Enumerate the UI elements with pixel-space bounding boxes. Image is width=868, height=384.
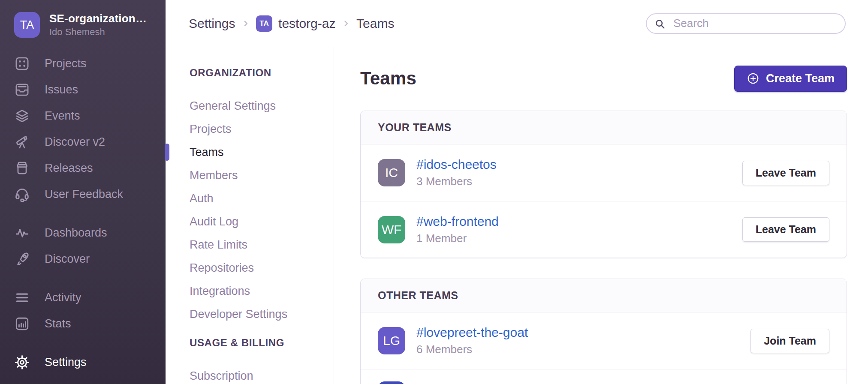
settings-nav-item-auth[interactable]: Auth [190,187,334,210]
breadcrumb-settings[interactable]: Settings [189,16,235,31]
team-row: WF #web-frontend 1 Member Leave Team [361,201,847,258]
org-avatar[interactable]: TA [14,12,40,38]
list-lines-icon [14,290,30,306]
settings-nav-item-audit-log[interactable]: Audit Log [190,210,334,233]
sidebar-item-label: Events [45,109,80,123]
breadcrumb: Settings › TA testorg-az › Teams [189,15,394,32]
settings-nav-heading-organization: ORGANIZATION [190,67,334,79]
join-team-button[interactable]: Join Team [750,329,829,353]
team-member-count: 1 Member [416,232,499,245]
settings-nav-item-projects[interactable]: Projects [190,117,334,141]
your-teams-panel: YOUR TEAMS IC #idos-cheetos 3 Members Le… [360,111,847,258]
settings-nav-item-developer-settings[interactable]: Developer Settings [190,303,334,326]
org-header[interactable]: TA SE-organization… Ido Shemesh [0,0,166,38]
user-name: Ido Shemesh [49,27,147,38]
team-avatar-initials: LG [383,333,400,348]
leave-team-button[interactable]: Leave Team [742,217,829,242]
search-box [646,13,846,34]
settings-nav-label: Auth [190,192,214,205]
bar-chart-icon [14,316,30,332]
team-row: IC #idos-cheetos 3 Members Leave Team [361,144,847,201]
sidebar-item-label: Releases [45,162,93,175]
issues-icon [14,82,30,98]
sidebar-item-label: User Feedback [45,188,123,201]
sidebar-item-label: Dashboards [45,226,107,240]
settings-nav-label: Audit Log [190,215,238,228]
projects-icon [14,56,30,72]
sidebar-item-discover[interactable]: Discover [0,246,166,272]
create-team-label: Create Team [766,72,835,85]
sidebar-item-label: Settings [45,356,87,369]
settings-nav-item-repositories[interactable]: Repositories [190,256,334,279]
team-member-count: 6 Members [416,343,528,356]
app-sidebar: TA SE-organization… Ido Shemesh Projects [0,0,166,384]
sidebar-item-label: Projects [45,57,87,70]
sidebar-item-releases[interactable]: Releases [0,155,166,181]
settings-nav-label: Rate Limits [190,238,247,252]
search-icon [654,18,666,30]
team-link[interactable]: #web-frontend [416,214,499,229]
create-team-button[interactable]: Create Team [734,66,847,92]
leave-team-button[interactable]: Leave Team [742,161,829,185]
team-member-count: 3 Members [416,175,497,188]
sidebar-item-settings[interactable]: Settings [0,349,166,375]
chevron-right-icon: › [243,15,248,30]
releases-icon [14,160,30,176]
settings-nav-item-rate-limits[interactable]: Rate Limits [190,233,334,256]
sidebar-item-issues[interactable]: Issues [0,77,166,103]
team-avatar [378,381,405,384]
org-name: SE-organization… [49,12,147,25]
gear-icon [14,354,30,370]
settings-nav-label: Repositories [190,261,254,275]
page-title: Teams [360,68,416,89]
sidebar-item-label: Discover v2 [45,135,105,149]
headset-icon [14,186,30,202]
sidebar-item-activity[interactable]: Activity [0,285,166,311]
sidebar-item-events[interactable]: Events [0,103,166,129]
settings-nav-label: Teams [190,146,224,159]
settings-nav-heading-usage-billing: USAGE & BILLING [190,337,334,349]
chevron-right-icon: › [344,15,348,30]
settings-nav-label: Developer Settings [190,308,287,321]
other-teams-panel: OTHER TEAMS LG #lovepreet-the-goat 6 Mem… [360,279,847,384]
team-avatar: IC [378,159,405,186]
rocket-icon [14,251,30,267]
active-indicator [165,144,169,161]
settings-nav-label: Projects [190,123,232,136]
breadcrumb-org-label: testorg-az [278,16,335,31]
telescope-icon [14,134,30,150]
team-avatar: LG [378,327,405,354]
breadcrumb-org[interactable]: TA testorg-az [256,15,335,32]
sidebar-item-label: Issues [45,83,78,96]
sidebar-item-discover-v2[interactable]: Discover v2 [0,129,166,155]
panel-heading: OTHER TEAMS [361,279,847,312]
settings-nav-item-integrations[interactable]: Integrations [190,279,334,303]
settings-nav-label: General Settings [190,99,276,113]
settings-nav-label: Subscription [190,369,253,383]
team-row: LG #lovepreet-the-goat 6 Members Join Te… [361,312,847,369]
team-avatar-initials: IC [385,165,398,180]
search-input[interactable] [646,13,846,34]
settings-nav: ORGANIZATION General Settings Projects T… [166,47,334,384]
sidebar-item-label: Discover [45,252,90,266]
settings-nav-item-general-settings[interactable]: General Settings [190,94,334,117]
sidebar-item-label: Activity [45,291,81,304]
sidebar-item-dashboards[interactable]: Dashboards [0,220,166,246]
events-icon [14,108,30,124]
main-content: Teams Create Team YOUR TEAMS IC #idos-ch… [335,47,868,384]
settings-nav-item-subscription[interactable]: Subscription [190,364,334,384]
breadcrumb-page[interactable]: Teams [356,16,394,31]
team-link[interactable]: #lovepreet-the-goat [416,325,528,340]
sidebar-item-stats[interactable]: Stats [0,311,166,337]
sidebar-nav: Projects Issues Events [0,51,166,375]
settings-nav-item-teams[interactable]: Teams [190,141,334,164]
sidebar-item-label: Stats [45,317,71,330]
settings-nav-label: Members [190,169,238,182]
settings-nav-item-members[interactable]: Members [190,164,334,187]
pulse-icon [14,225,30,241]
settings-nav-label: Integrations [190,285,250,298]
team-link[interactable]: #idos-cheetos [416,157,497,172]
sidebar-item-user-feedback[interactable]: User Feedback [0,181,166,207]
team-avatar-initials: WF [382,222,402,237]
sidebar-item-projects[interactable]: Projects [0,51,166,77]
